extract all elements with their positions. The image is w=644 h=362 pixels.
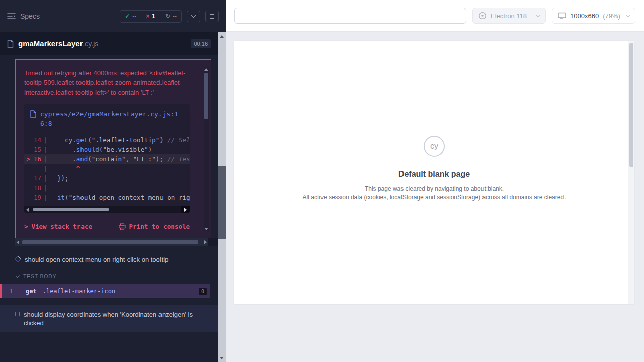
file-link-text: cypress/e2e/gmaMarkersLayer.cy.js:16:8: [40, 109, 184, 128]
error-message: Timed out retrying after 4000ms: expecte…: [24, 68, 191, 97]
cypress-logo: cy: [424, 136, 445, 157]
scroll-left-arrow[interactable]: [15, 238, 21, 246]
code-line: 14| cy.get(".leaflet-tooltip") // Sele: [24, 135, 190, 145]
scrollbar-thumb[interactable]: [629, 43, 633, 167]
divider: [141, 13, 141, 20]
pending-count: --: [173, 13, 177, 20]
test-item-pending[interactable]: should display coordinates when 'Koordin…: [0, 305, 218, 332]
view-stack-trace-button[interactable]: > View stack trace: [24, 223, 92, 230]
viewport-icon: [558, 12, 566, 19]
code-line: 18|: [24, 183, 190, 193]
code-line: | ^: [24, 164, 190, 173]
scroll-up-arrow[interactable]: [218, 32, 226, 40]
reporter-horizontal-scrollbar: [15, 238, 218, 246]
spinner-icon: [14, 255, 22, 263]
test-error-panel: Timed out retrying after 4000ms: expecte…: [15, 59, 211, 238]
aut-container: cy Default blank page This page was clea…: [226, 32, 644, 362]
blank-page-line2: All active session data (cookies, localS…: [303, 193, 566, 202]
runner-panel: Electron 118 1000x660 (79%) cy Default b…: [226, 0, 644, 362]
code-line: >16| .and("contain", "LT :"); // Test: [24, 154, 190, 164]
print-to-console-label: Print to console: [129, 223, 190, 230]
scroll-down-arrow[interactable]: [204, 228, 208, 230]
reporter-header: Specs ✓ -- × 1 ↻ --: [0, 0, 226, 32]
spec-name: gmaMarkersLayer: [18, 39, 83, 48]
runner-header: Electron 118 1000x660 (79%): [226, 0, 644, 32]
stat-failed: × 1: [146, 13, 155, 20]
aut-frame: cy Default blank page This page was clea…: [234, 41, 634, 304]
chevron-down-icon: [16, 274, 20, 278]
error-file-link[interactable]: cypress/e2e/gmaMarkersLayer.cy.js:16:8: [24, 104, 190, 130]
scrollbar-thumb[interactable]: [204, 73, 208, 119]
code-line: 15| .should("be.visible"): [24, 145, 190, 154]
reporter-panel: Specs ✓ -- × 1 ↻ --: [0, 0, 226, 362]
spec-header: gmaMarkersLayer.cy.js 00:16: [0, 32, 218, 55]
chevron-down-icon: [536, 13, 540, 17]
scroll-up-arrow[interactable]: [204, 68, 208, 71]
scrollbar-corner: [208, 238, 218, 246]
error-actions: > View stack trace Print to console: [24, 223, 190, 230]
scroll-down-arrow[interactable]: [218, 354, 226, 362]
command-number: 1: [10, 288, 19, 294]
check-icon: ✓: [125, 13, 130, 20]
spec-file-icon: [7, 40, 14, 48]
error-vertical-scrollbar: [204, 67, 209, 231]
aut-vertical-scrollbar: [628, 41, 634, 304]
scrollbar-track[interactable]: [21, 238, 202, 246]
stop-button[interactable]: [205, 11, 219, 22]
command-method: get: [26, 288, 37, 295]
print-to-console-button[interactable]: Print to console: [119, 223, 190, 230]
cross-icon: ×: [146, 13, 149, 19]
code-frame: cypress/e2e/gmaMarkersLayer.cy.js:16:8 1…: [24, 104, 190, 213]
collapse-all-button[interactable]: [187, 11, 200, 22]
test-body-header[interactable]: TEST BODY: [0, 271, 218, 281]
file-icon: [30, 110, 36, 118]
scrollbar-track[interactable]: [31, 206, 181, 213]
chevron-down-icon: [626, 13, 630, 17]
view-stack-trace-label: View stack trace: [32, 223, 92, 230]
scrollbar-thumb[interactable]: [22, 240, 198, 244]
spec-extension: .cy.js: [83, 40, 98, 48]
stop-icon: [210, 14, 214, 19]
scrollbar-thumb[interactable]: [218, 166, 226, 239]
reporter-vertical-scrollbar: [218, 32, 226, 362]
browser-label: Electron 118: [491, 12, 527, 20]
scrollbar-thumb[interactable]: [33, 208, 109, 211]
scroll-right-arrow[interactable]: [181, 206, 190, 213]
spec-duration: 00:16: [191, 39, 211, 48]
electron-browser-icon: [478, 12, 487, 20]
specs-list-icon: [7, 13, 16, 20]
viewport-size: 1000x660: [570, 12, 599, 20]
scroll-left-arrow[interactable]: [24, 206, 31, 213]
blank-page-line1: This page was cleared by navigating to a…: [365, 185, 504, 193]
url-input[interactable]: [234, 8, 466, 24]
cypress-logo-text: cy: [430, 142, 438, 151]
viewport-selector[interactable]: 1000x660 (79%): [552, 8, 635, 24]
pending-square-icon: [15, 312, 20, 316]
stat-pending: ↻ --: [165, 13, 177, 20]
scroll-right-arrow[interactable]: [202, 238, 208, 246]
print-icon: [119, 223, 126, 230]
passed-count: --: [132, 13, 136, 20]
code-line: 19| it("should open context menu on righ: [24, 193, 190, 202]
test-title: should open context menu on right-click …: [25, 255, 168, 264]
chevron-right-icon: >: [24, 223, 28, 230]
code-line: 17| });: [24, 173, 190, 183]
stat-passed: ✓ --: [125, 13, 136, 20]
blank-page-title: Default blank page: [398, 170, 470, 179]
code-lines: 14| cy.get(".leaflet-tooltip") // Sele15…: [24, 130, 190, 206]
refresh-icon: ↻: [165, 13, 170, 20]
code-horizontal-scrollbar: [24, 206, 190, 213]
test-item-running[interactable]: should open context menu on right-click …: [0, 254, 218, 265]
browser-selector[interactable]: Electron 118: [472, 8, 546, 24]
viewport-scale: (79%): [603, 12, 620, 20]
specs-toggle[interactable]: Specs: [7, 12, 40, 20]
failed-count: 1: [152, 13, 155, 20]
divider: [160, 13, 160, 20]
command-log-row[interactable]: 1 get .leaflet-marker-icon 0: [0, 284, 210, 298]
blank-page: cy Default blank page This page was clea…: [234, 41, 634, 304]
test-stats: ✓ -- × 1 ↻ --: [120, 10, 182, 23]
reporter-main: gmaMarkersLayer.cy.js 00:16 Timed out re…: [0, 32, 218, 362]
command-count-badge: 0: [199, 288, 207, 295]
command-message: .leaflet-marker-icon: [43, 288, 199, 295]
test-title: should display coordinates when 'Koordin…: [24, 310, 196, 327]
